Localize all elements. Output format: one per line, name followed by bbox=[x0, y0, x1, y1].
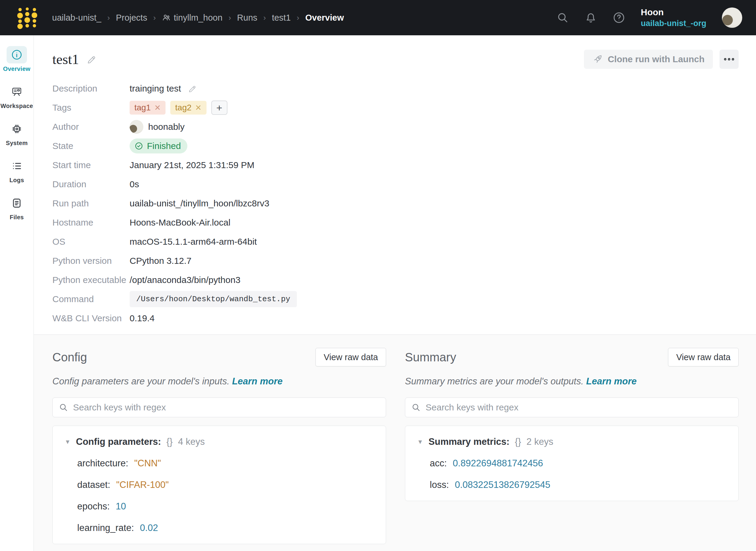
collapse-expander-icon[interactable]: ▼ bbox=[417, 437, 423, 447]
breadcrumb-separator: › bbox=[263, 13, 266, 22]
user-avatar[interactable] bbox=[722, 7, 742, 28]
help-icon[interactable] bbox=[613, 11, 625, 24]
summary-metric-row: loss: 0.08322513826792545 bbox=[430, 480, 726, 490]
sidebar-item-system[interactable]: System bbox=[0, 120, 33, 146]
tag-pill[interactable]: tag1 ✕ bbox=[129, 101, 165, 114]
breadcrumb-current-page: Overview bbox=[305, 13, 344, 23]
sidebar-item-overview[interactable]: Overview bbox=[0, 46, 33, 72]
sidebar-item-logs[interactable]: Logs bbox=[0, 157, 33, 184]
description-value: trainging test bbox=[129, 83, 181, 94]
python-version-label: Python version bbox=[52, 256, 129, 266]
info-row-hostname: Hostname Hoons-MacBook-Air.local bbox=[52, 213, 739, 232]
breadcrumb-project-label: tinyllm_hoon bbox=[174, 13, 223, 23]
sidebar-label-system: System bbox=[6, 140, 28, 146]
breadcrumb-separator: › bbox=[228, 13, 231, 22]
info-row-command: Command /Users/hoon/Desktop/wandb_test.p… bbox=[52, 290, 739, 309]
list-icon bbox=[7, 157, 27, 175]
team-icon bbox=[162, 13, 171, 22]
summary-search-input[interactable] bbox=[426, 402, 732, 413]
python-executable-label: Python executable bbox=[52, 275, 129, 285]
config-tree-title: Config parameters: bbox=[76, 437, 161, 447]
breadcrumb-projects[interactable]: Projects bbox=[116, 13, 147, 23]
user-org: uailab-unist_-org bbox=[641, 19, 706, 28]
run-path-value: uailab-unist_/tinyllm_hoon/lbzc8rv3 bbox=[129, 198, 269, 208]
config-search-box bbox=[52, 398, 386, 417]
tag-remove-icon[interactable]: ✕ bbox=[154, 103, 161, 112]
summary-learn-more-link[interactable]: Learn more bbox=[586, 376, 637, 387]
state-value: Finished bbox=[147, 141, 181, 151]
summary-search-box bbox=[405, 398, 739, 417]
breadcrumb-separator: › bbox=[153, 13, 156, 22]
info-icon bbox=[7, 46, 27, 63]
breadcrumb: uailab-unist_ › Projects › tinyllm_hoon … bbox=[52, 13, 344, 23]
config-learn-more-link[interactable]: Learn more bbox=[232, 376, 283, 387]
run-info-grid: Description trainging test Tags bbox=[52, 79, 739, 335]
author-label: Author bbox=[52, 122, 129, 132]
start-time-label: Start time bbox=[52, 160, 129, 170]
breadcrumb-runs[interactable]: Runs bbox=[237, 13, 257, 23]
sidebar-item-workspace[interactable]: Workspace bbox=[0, 83, 33, 109]
breadcrumb-run[interactable]: test1 bbox=[272, 13, 291, 23]
more-options-button[interactable] bbox=[720, 50, 739, 69]
param-key: learning_rate: bbox=[77, 523, 134, 533]
sidebar-label-workspace: Workspace bbox=[0, 103, 33, 109]
search-icon bbox=[59, 403, 68, 412]
collapse-expander-icon[interactable]: ▼ bbox=[65, 437, 71, 447]
hostname-label: Hostname bbox=[52, 217, 129, 228]
tag-name: tag1 bbox=[134, 103, 151, 112]
os-value: macOS-15.1.1-arm64-arm-64bit bbox=[129, 236, 257, 247]
summary-subtitle: Summary metrics are your model's outputs… bbox=[405, 376, 584, 387]
tag-pill[interactable]: tag2 ✕ bbox=[170, 101, 206, 114]
config-view-raw-button[interactable]: View raw data bbox=[316, 348, 386, 367]
sidebar-item-files[interactable]: Files bbox=[0, 194, 33, 221]
summary-metric-row: acc: 0.8922694881742456 bbox=[430, 458, 726, 468]
state-badge: Finished bbox=[129, 138, 187, 153]
cli-version-label: W&B CLI Version bbox=[52, 313, 129, 323]
breadcrumb-entity[interactable]: uailab-unist_ bbox=[52, 13, 101, 23]
top-navbar: uailab-unist_ › Projects › tinyllm_hoon … bbox=[0, 0, 756, 35]
workspace-icon bbox=[7, 83, 27, 100]
config-subtitle: Config parameters are your model's input… bbox=[52, 376, 230, 387]
run-sidebar: Overview Workspace bbox=[0, 35, 34, 551]
breadcrumb-project[interactable]: tinyllm_hoon bbox=[162, 13, 223, 23]
document-icon bbox=[7, 194, 27, 212]
command-label: Command bbox=[52, 294, 129, 304]
search-icon[interactable] bbox=[556, 11, 569, 24]
breadcrumb-separator: › bbox=[107, 13, 110, 22]
config-param-row: dataset: "CIFAR-100" bbox=[77, 480, 374, 490]
sidebar-label-logs: Logs bbox=[10, 177, 24, 184]
hostname-value: Hoons-MacBook-Air.local bbox=[129, 217, 231, 228]
info-row-state: State Finished bbox=[52, 136, 739, 155]
user-name: Hoon bbox=[641, 7, 706, 18]
clone-run-button[interactable]: Clone run with Launch bbox=[584, 50, 713, 69]
edit-title-pencil-icon[interactable] bbox=[86, 54, 96, 64]
config-param-row: learning_rate: 0.02 bbox=[77, 523, 374, 533]
user-menu[interactable]: Hoon uailab-unist_-org bbox=[641, 7, 706, 28]
run-overview-section: test1 Clone run with Launch bbox=[34, 35, 756, 335]
start-time-value: January 21st, 2025 1:31:59 PM bbox=[129, 160, 255, 170]
info-row-author: Author hoonably bbox=[52, 117, 739, 136]
tag-remove-icon[interactable]: ✕ bbox=[195, 103, 202, 112]
info-row-duration: Duration 0s bbox=[52, 175, 739, 194]
edit-description-pencil-icon[interactable] bbox=[187, 84, 196, 93]
config-search-input[interactable] bbox=[73, 402, 380, 413]
summary-panel: Summary View raw data Summary metrics ar… bbox=[405, 347, 739, 551]
python-executable-value: /opt/anaconda3/bin/python3 bbox=[129, 275, 240, 285]
braces-icon: {} bbox=[515, 437, 521, 447]
notifications-bell-icon[interactable] bbox=[585, 11, 597, 24]
config-key-count: 4 keys bbox=[178, 437, 205, 447]
info-row-run-path: Run path uailab-unist_/tinyllm_hoon/lbzc… bbox=[52, 194, 739, 213]
add-tag-button[interactable]: + bbox=[211, 100, 228, 115]
search-icon bbox=[411, 403, 421, 412]
info-row-python-version: Python version CPython 3.12.7 bbox=[52, 251, 739, 270]
summary-key-count: 2 keys bbox=[526, 437, 553, 447]
summary-view-raw-button[interactable]: View raw data bbox=[668, 348, 739, 367]
braces-icon: {} bbox=[166, 437, 173, 447]
author-avatar bbox=[129, 120, 143, 134]
info-row-tags: Tags tag1 ✕ tag2 ✕ + bbox=[52, 98, 739, 117]
config-param-row: architecture: "CNN" bbox=[77, 458, 374, 468]
metric-value: 0.08322513826792545 bbox=[455, 480, 550, 490]
wandb-logo-icon[interactable] bbox=[16, 6, 39, 30]
author-value[interactable]: hoonably bbox=[148, 122, 184, 132]
python-version-value: CPython 3.12.7 bbox=[129, 256, 192, 266]
